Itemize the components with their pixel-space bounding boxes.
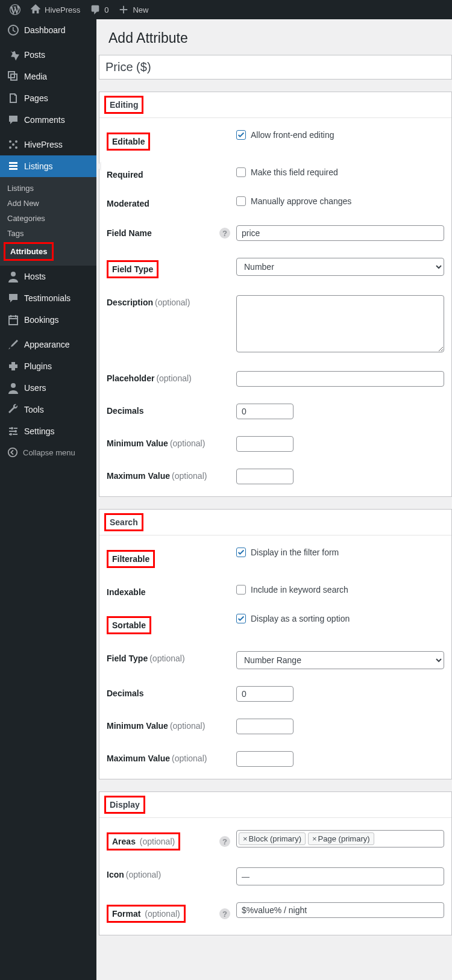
svg-point-6 <box>11 383 16 388</box>
indexable-checkbox-label[interactable]: Include in keyword search <box>236 585 444 595</box>
submenu-categories[interactable]: Categories <box>0 211 96 226</box>
sidebar-item-hivepress[interactable]: HivePress <box>0 134 96 155</box>
help-icon[interactable]: ? <box>219 836 230 847</box>
help-icon[interactable]: ? <box>219 228 230 239</box>
icon-label: Icon <box>107 870 124 879</box>
search-decimals-input[interactable] <box>236 686 293 702</box>
svg-point-7 <box>11 427 13 429</box>
search-fieldtype-label: Field Type <box>107 654 148 663</box>
sidebar-item-settings[interactable]: Settings <box>0 420 96 442</box>
collapse-menu-button[interactable]: Collapse menu <box>0 442 96 463</box>
editable-label: Editable <box>107 133 150 151</box>
sidebar-item-users[interactable]: Users <box>0 377 96 399</box>
sidebar-item-comments[interactable]: Comments <box>0 109 96 131</box>
svg-point-9 <box>10 433 12 435</box>
sidebar-item-bookings[interactable]: Bookings <box>0 309 96 331</box>
submenu-tags[interactable]: Tags <box>0 226 96 241</box>
minval-input[interactable] <box>236 436 293 452</box>
sidebar-item-plugins[interactable]: Plugins <box>0 355 96 377</box>
editable-checkbox-label[interactable]: Allow front-end editing <box>236 130 444 140</box>
comments-button[interactable]: 0 <box>85 0 113 19</box>
filterable-checkbox[interactable] <box>236 548 246 557</box>
svg-point-8 <box>14 430 17 432</box>
listings-icon <box>7 160 19 172</box>
title-wrapper <box>99 55 452 80</box>
admin-top-bar: HivePress 0 New <box>0 0 452 19</box>
display-heading: Display <box>104 796 145 814</box>
submenu-add-new[interactable]: Add New <box>0 196 96 211</box>
area-pill[interactable]: ×Block (primary) <box>239 832 306 845</box>
sortable-label: Sortable <box>107 616 151 634</box>
attribute-title-input[interactable] <box>99 55 452 80</box>
maxval-input[interactable] <box>236 469 293 484</box>
wordpress-icon <box>10 4 20 15</box>
hivepress-icon <box>7 139 19 151</box>
comments-count: 0 <box>104 5 108 14</box>
wp-logo-button[interactable] <box>5 0 25 19</box>
calendar-icon <box>7 314 19 326</box>
plus-icon <box>118 4 129 15</box>
submenu-listings[interactable]: Listings <box>0 181 96 196</box>
sortable-checkbox-label[interactable]: Display as a sorting option <box>236 614 444 623</box>
site-home-button[interactable]: HivePress <box>25 0 85 19</box>
indexable-desc: Include in keyword search <box>251 585 348 595</box>
required-checkbox-label[interactable]: Make this field required <box>236 167 444 177</box>
decimals-input[interactable] <box>236 404 293 419</box>
sidebar-item-hosts[interactable]: Hosts <box>0 266 96 287</box>
editable-checkbox[interactable] <box>236 130 246 140</box>
moderated-label: Moderated <box>107 196 236 208</box>
placeholder-input[interactable] <box>236 371 444 387</box>
sidebar-item-pages[interactable]: Pages <box>0 87 96 109</box>
dashboard-icon <box>7 24 19 36</box>
editable-desc: Allow front-end editing <box>251 130 334 140</box>
sidebar-item-posts[interactable]: Posts <box>0 44 96 66</box>
sidebar-item-tools[interactable]: Tools <box>0 399 96 420</box>
editing-postbox: Editing Editable Allow front-end editing… <box>99 92 452 497</box>
help-icon[interactable]: ? <box>219 908 230 919</box>
description-textarea[interactable] <box>236 295 444 352</box>
comment-icon <box>7 114 19 126</box>
search-maxval-input[interactable] <box>236 751 293 767</box>
search-postbox: Search Filterable Display in the filter … <box>99 509 452 779</box>
new-label: New <box>133 5 148 14</box>
admin-sidebar: Dashboard Posts Media Pages Comments Hiv… <box>0 19 96 980</box>
areas-multiselect[interactable]: ×Block (primary) ×Page (primary) <box>236 830 444 847</box>
filterable-label: Filterable <box>107 550 155 568</box>
svg-point-3 <box>15 146 17 149</box>
editing-heading: Editing <box>104 96 143 114</box>
search-minval-input[interactable] <box>236 719 293 734</box>
sidebar-item-appearance[interactable]: Appearance <box>0 334 96 355</box>
fieldname-label: Field Name <box>107 228 152 238</box>
indexable-label: Indexable <box>107 585 236 597</box>
sortable-checkbox[interactable] <box>236 614 246 623</box>
remove-icon[interactable]: × <box>243 834 248 843</box>
search-decimals-label: Decimals <box>107 686 236 698</box>
icon-select[interactable]: — <box>236 867 444 885</box>
sidebar-item-listings[interactable]: Listings <box>0 155 96 177</box>
svg-point-1 <box>15 140 17 143</box>
fieldtype-select[interactable]: Number <box>236 258 444 276</box>
collapse-icon <box>7 447 18 458</box>
minval-label: Minimum Value <box>107 439 168 448</box>
sidebar-item-media[interactable]: Media <box>0 66 96 87</box>
required-checkbox[interactable] <box>236 167 246 177</box>
fieldname-input[interactable] <box>236 225 444 241</box>
display-postbox: Display Areas (optional)? ×Block (primar… <box>99 791 452 935</box>
moderated-checkbox-label[interactable]: Manually approve changes <box>236 196 444 206</box>
check-icon <box>237 548 245 557</box>
submenu-attributes[interactable]: Attributes <box>4 242 54 261</box>
search-fieldtype-select[interactable]: Number Range <box>236 651 444 669</box>
fieldtype-label: Field Type <box>107 260 159 278</box>
filterable-checkbox-label[interactable]: Display in the filter form <box>236 548 444 557</box>
required-label: Required <box>107 167 236 179</box>
indexable-checkbox[interactable] <box>236 585 246 595</box>
home-icon <box>30 4 41 15</box>
moderated-checkbox[interactable] <box>236 196 246 206</box>
new-content-button[interactable]: New <box>113 0 153 19</box>
format-input[interactable] <box>236 902 444 918</box>
remove-icon[interactable]: × <box>312 834 317 843</box>
sidebar-item-testimonials[interactable]: Testimonials <box>0 287 96 309</box>
format-label: Format (optional) <box>107 905 186 923</box>
sidebar-item-dashboard[interactable]: Dashboard <box>0 19 96 41</box>
area-pill[interactable]: ×Page (primary) <box>308 832 374 845</box>
